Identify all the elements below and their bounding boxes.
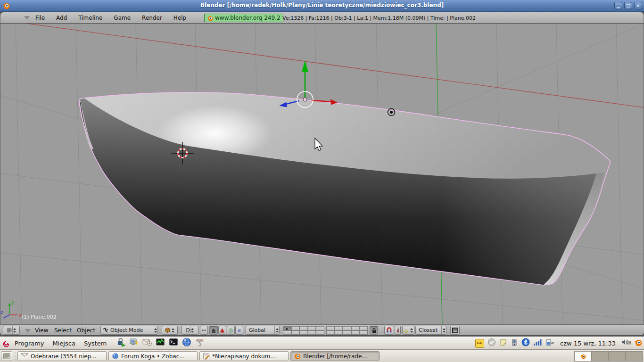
workspace-1[interactable] bbox=[575, 352, 592, 361]
active-object-label: (1) Plane.002 bbox=[22, 314, 57, 320]
panel-clock[interactable]: czw 15 wrz, 11:33 bbox=[560, 340, 616, 347]
lock-screen-launcher-icon[interactable] bbox=[116, 337, 126, 349]
desktop-screen: Blender [/home/radek/Holk/Plany/Linie te… bbox=[0, 0, 644, 362]
menu-view[interactable]: View bbox=[35, 325, 48, 336]
manipulator-scale-button[interactable]: ▪ bbox=[235, 326, 243, 335]
show-desktop-button[interactable] bbox=[1, 351, 12, 361]
axis-y-label: y bbox=[11, 300, 14, 305]
window-titlebar[interactable]: Blender [/home/radek/Holk/Plany/Linie te… bbox=[0, 0, 644, 12]
show-desktop-icon bbox=[3, 353, 10, 359]
update-ok-tray-icon[interactable] bbox=[487, 338, 496, 348]
debian-menu-icon[interactable] bbox=[2, 339, 10, 347]
menu-object[interactable]: Object bbox=[77, 325, 95, 336]
blender-version-link[interactable]: www.blender.org 249.2 bbox=[204, 14, 283, 22]
view3d-header: View Select Object Object Mode Ω ↔ ▲ ◎ bbox=[0, 324, 644, 336]
maximize-button[interactable]: □ bbox=[624, 2, 632, 9]
magnet-icon bbox=[386, 327, 392, 333]
layer-buttons-group1[interactable] bbox=[283, 326, 324, 335]
snap-target-dropdown[interactable]: Closest bbox=[415, 326, 446, 335]
green-circle-icon: ◎ bbox=[229, 328, 233, 333]
blender-icon bbox=[294, 353, 301, 360]
menu-select[interactable]: Select bbox=[54, 325, 72, 336]
manipulator-rotate-button[interactable]: ◎ bbox=[227, 326, 235, 335]
blender-icon bbox=[580, 354, 586, 359]
bluetooth-tray-icon[interactable] bbox=[521, 338, 530, 348]
workspace-switcher[interactable] bbox=[574, 351, 643, 362]
browser-icon bbox=[112, 353, 119, 360]
snap-magnet-button[interactable] bbox=[384, 326, 394, 335]
battery-tray-icon[interactable] bbox=[545, 338, 555, 348]
menu-render[interactable]: Render bbox=[142, 15, 162, 21]
header-collapse-icon[interactable] bbox=[24, 16, 30, 20]
axis-z-label: z bbox=[0, 310, 3, 315]
minimize-button[interactable]: ▁ bbox=[614, 2, 622, 9]
mode-label: Object Mode bbox=[110, 327, 143, 333]
task-button-text-editor[interactable]: *Niezapisany dokum... bbox=[199, 351, 289, 361]
task-button-blender[interactable]: Blender [/home/rade... bbox=[290, 351, 380, 361]
object-mode-icon bbox=[103, 328, 108, 333]
peel-object-icon bbox=[396, 327, 399, 333]
menu-system[interactable]: System bbox=[80, 340, 111, 347]
mode-dropdown[interactable]: Object Mode bbox=[100, 326, 158, 335]
layer-1-toggle[interactable] bbox=[283, 326, 291, 330]
orientation-dropdown[interactable]: Global bbox=[246, 326, 280, 335]
workspace-2[interactable] bbox=[592, 352, 609, 361]
terminal-launcher-icon[interactable] bbox=[168, 337, 179, 349]
vise-tool-launcher-icon[interactable] bbox=[195, 337, 205, 349]
header-collapse-icon[interactable] bbox=[25, 329, 31, 333]
terminal-server-launcher-icon[interactable] bbox=[129, 337, 139, 349]
blender-info-header: File Add Timeline Game Render Help www.b… bbox=[0, 12, 644, 24]
lock-layers-button[interactable] bbox=[370, 326, 378, 335]
snap-element-button[interactable] bbox=[402, 326, 414, 335]
lock-icon bbox=[372, 328, 377, 333]
manipulator-translate-button[interactable]: ▲ bbox=[218, 326, 226, 335]
system-monitor-launcher-icon[interactable] bbox=[155, 337, 165, 349]
red-triangle-icon: ▲ bbox=[220, 328, 224, 333]
solid-shading-icon bbox=[165, 327, 171, 333]
text-editor-icon bbox=[203, 353, 210, 360]
close-button[interactable]: × bbox=[634, 2, 642, 9]
gadu-gadu-tray-icon[interactable]: GG bbox=[475, 339, 484, 348]
blender-tray-icon[interactable] bbox=[634, 338, 642, 348]
orientation-label: Global bbox=[249, 327, 265, 333]
move-widget-icon: ↔ bbox=[202, 328, 206, 333]
signal-strength-tray-icon[interactable] bbox=[533, 338, 542, 348]
draw-type-dropdown[interactable] bbox=[162, 326, 178, 335]
workspace-3[interactable] bbox=[609, 352, 626, 361]
mail-scheduler-launcher-icon[interactable] bbox=[142, 337, 152, 349]
viewport-scene: y x z (1) Plane.002 bbox=[0, 24, 644, 324]
layer-buttons-group2[interactable] bbox=[326, 326, 368, 335]
notes-tray-icon[interactable] bbox=[499, 338, 507, 348]
render-preview-button[interactable] bbox=[450, 326, 460, 335]
snap-target-label: Closest bbox=[419, 327, 438, 333]
blue-square-icon: ▪ bbox=[238, 328, 241, 333]
pivot-dropdown[interactable]: Ω bbox=[182, 326, 198, 335]
menu-help[interactable]: Help bbox=[173, 15, 186, 21]
editor-type-button[interactable] bbox=[3, 326, 20, 335]
menu-programy[interactable]: Programy bbox=[10, 340, 49, 347]
web-browser-launcher-icon[interactable] bbox=[182, 337, 192, 349]
snap-peel-button[interactable] bbox=[395, 326, 401, 335]
snap-dots-icon bbox=[403, 328, 409, 333]
menu-miejsca[interactable]: Miejsca bbox=[49, 340, 80, 347]
panel-drag-handle[interactable] bbox=[13, 352, 17, 361]
task-label: Forum Koga • Zobac... bbox=[121, 353, 185, 360]
mail-icon bbox=[21, 353, 28, 359]
version-text: www.blender.org 249.2 bbox=[215, 15, 281, 21]
scene-statistics: Ve:1326 | Fa:1216 | Ob:3-1 | La:1 | Mem:… bbox=[282, 15, 476, 21]
menu-game[interactable]: Game bbox=[114, 15, 131, 21]
phone-tray-icon[interactable] bbox=[511, 338, 518, 348]
volume-tray-icon[interactable] bbox=[621, 338, 631, 348]
3d-viewport[interactable]: y x z (1) Plane.002 bbox=[0, 24, 644, 324]
manipulator-toggle-button[interactable] bbox=[209, 326, 218, 335]
image-icon bbox=[452, 328, 458, 333]
workspace-4[interactable] bbox=[626, 352, 643, 361]
menu-timeline[interactable]: Timeline bbox=[78, 15, 102, 21]
task-button-browser[interactable]: Forum Koga • Zobac... bbox=[108, 351, 198, 361]
blender-logo-icon bbox=[207, 15, 213, 21]
menu-file[interactable]: File bbox=[35, 15, 45, 21]
task-button-mail[interactable]: Odebrane (3554 niep... bbox=[17, 351, 107, 361]
move-widget-button[interactable]: ↔ bbox=[200, 326, 208, 335]
task-label: Odebrane (3554 niep... bbox=[31, 353, 97, 360]
menu-add[interactable]: Add bbox=[56, 15, 67, 21]
